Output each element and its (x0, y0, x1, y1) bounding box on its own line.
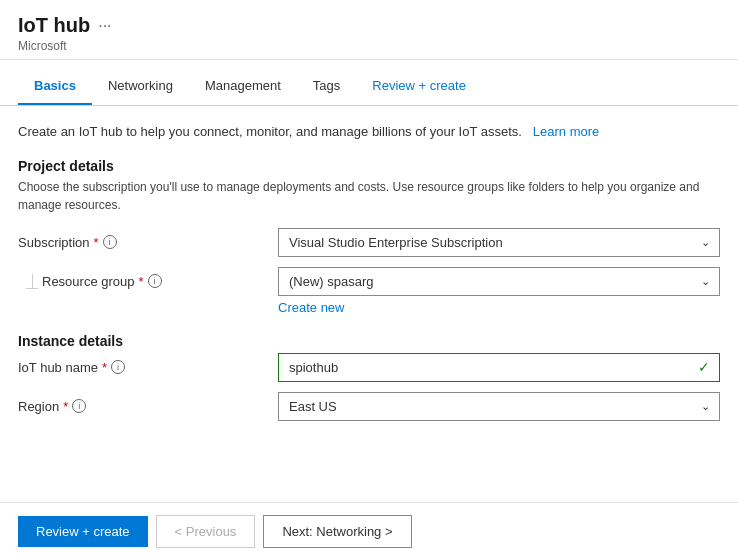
region-row: Region * i East US ⌄ (18, 392, 720, 421)
page-title: IoT hub (18, 14, 90, 37)
tabs-bar: Basics Networking Management Tags Review… (0, 68, 738, 106)
tab-tags[interactable]: Tags (297, 68, 356, 105)
app-subtitle: Microsoft (18, 39, 720, 53)
region-label: Region * i (18, 399, 278, 414)
review-create-button[interactable]: Review + create (18, 516, 148, 547)
main-content: Create an IoT hub to help you connect, m… (0, 106, 738, 502)
resource-group-select[interactable]: (New) spasarg (278, 267, 720, 296)
previous-button[interactable]: < Previous (156, 515, 256, 548)
ellipsis-menu-icon[interactable]: ··· (98, 17, 111, 35)
description-row: Create an IoT hub to help you connect, m… (18, 122, 720, 142)
iot-hub-name-row: IoT hub name * i ✓ (18, 353, 720, 382)
iot-hub-name-label: IoT hub name * i (18, 360, 278, 375)
tab-management[interactable]: Management (189, 68, 297, 105)
tab-review-create[interactable]: Review + create (356, 68, 482, 105)
resource-group-label: Resource group * i (42, 274, 162, 289)
next-button[interactable]: Next: Networking > (263, 515, 411, 548)
description-text: Create an IoT hub to help you connect, m… (18, 124, 522, 139)
subscription-control: Visual Studio Enterprise Subscription ⌄ (278, 228, 720, 257)
instance-details-title: Instance details (18, 333, 720, 349)
resource-group-control: (New) spasarg ⌄ (278, 267, 720, 296)
footer-bar: Review + create < Previous Next: Network… (0, 502, 738, 560)
iot-hub-name-required: * (102, 360, 107, 375)
region-select[interactable]: East US (278, 392, 720, 421)
resource-group-row: Resource group * i (New) spasarg ⌄ Creat… (18, 267, 720, 315)
region-required: * (63, 399, 68, 414)
learn-more-link[interactable]: Learn more (533, 124, 599, 139)
iot-hub-name-info-icon[interactable]: i (111, 360, 125, 374)
subscription-info-icon[interactable]: i (103, 235, 117, 249)
create-new-link[interactable]: Create new (278, 300, 720, 315)
region-info-icon[interactable]: i (72, 399, 86, 413)
subscription-row: Subscription * i Visual Studio Enterpris… (18, 228, 720, 257)
iot-hub-name-check-icon: ✓ (698, 359, 710, 375)
project-details-desc: Choose the subscription you'll use to ma… (18, 178, 720, 214)
tab-networking[interactable]: Networking (92, 68, 189, 105)
region-control: East US ⌄ (278, 392, 720, 421)
top-bar: IoT hub ··· Microsoft (0, 0, 738, 60)
resource-group-info-icon[interactable]: i (148, 274, 162, 288)
iot-hub-name-input[interactable] (278, 353, 720, 382)
project-details-title: Project details (18, 158, 720, 174)
iot-hub-name-control: ✓ (278, 353, 720, 382)
subscription-label: Subscription * i (18, 235, 278, 250)
resource-group-required: * (139, 274, 144, 289)
subscription-select[interactable]: Visual Studio Enterprise Subscription (278, 228, 720, 257)
tab-basics[interactable]: Basics (18, 68, 92, 105)
subscription-required: * (94, 235, 99, 250)
